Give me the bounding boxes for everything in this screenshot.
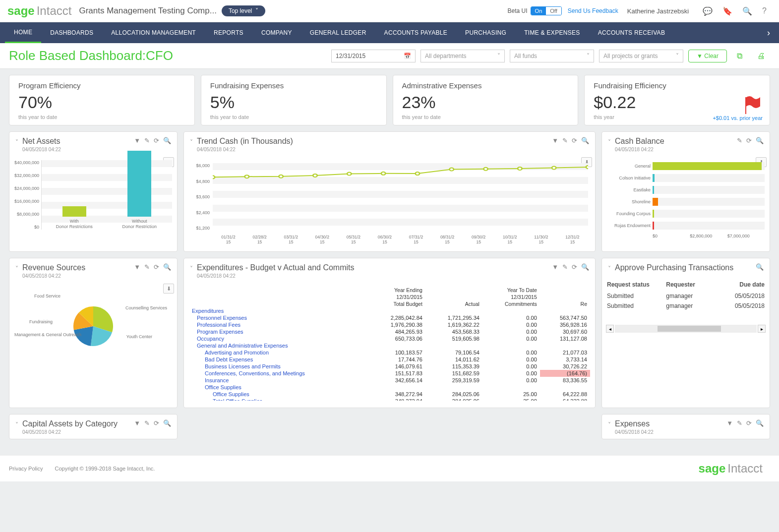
refresh-icon[interactable]: ⟳ (154, 137, 159, 144)
panel-title: Capital Assets by Category (22, 419, 118, 428)
departments-filter[interactable]: All departments˅ (420, 50, 505, 62)
date-filter[interactable]: 12/31/2015📅 (331, 50, 416, 62)
privacy-link[interactable]: Privacy Policy (9, 466, 43, 472)
edit-icon[interactable]: ✎ (144, 137, 150, 144)
filter-icon[interactable]: ▼ (134, 419, 140, 427)
kpi-value: 23% (402, 93, 569, 112)
toggle-on[interactable]: On (531, 7, 546, 15)
scroll-right-icon[interactable]: ▸ (758, 325, 766, 333)
toggle-off[interactable]: Off (546, 7, 561, 15)
pie-label: Management & General Outreach (14, 332, 64, 337)
svg-point-9 (518, 167, 522, 170)
panel-title: Approve Purchasing Transactions (615, 263, 733, 272)
refresh-icon[interactable]: ⟳ (572, 137, 577, 144)
expand-icon[interactable]: 🔍 (163, 419, 171, 427)
refresh-icon[interactable]: ⟳ (154, 419, 159, 427)
svg-point-5 (381, 172, 385, 175)
edit-icon[interactable]: ✎ (737, 419, 742, 427)
footer-logo-intacct: Intacct (727, 462, 763, 475)
collapse-icon[interactable]: ˅ (190, 139, 193, 146)
edit-icon[interactable]: ✎ (562, 263, 568, 271)
col-requester: Requester (666, 281, 715, 288)
search-icon[interactable]: 🔍 (742, 6, 752, 16)
projects-filter[interactable]: All projects or grants˅ (599, 50, 683, 62)
nav-purchasing[interactable]: PURCHASING (456, 22, 515, 43)
scroll-left-icon[interactable]: ◂ (606, 325, 614, 333)
kpi-admin-expenses[interactable]: Adminstrative Expenses 23% this year to … (393, 75, 579, 125)
kpi-fundraising-expenses[interactable]: Fundraising Expenses 5% this year to dat… (201, 75, 387, 125)
expenditures-table[interactable]: Year EndingYear To Date12/31/201512/31/2… (189, 287, 590, 401)
beta-toggle[interactable]: On Off (531, 6, 562, 15)
print-icon[interactable]: 🖨 (757, 52, 765, 60)
nav-ar[interactable]: ACCOUNTS RECEIVAB (589, 22, 674, 43)
table-row[interactable]: Submittedgmanager05/05/2018 (602, 291, 770, 301)
refresh-icon[interactable]: ⟳ (154, 263, 159, 271)
panel-title: Cash Balance (615, 137, 664, 146)
collapse-icon[interactable]: ˅ (190, 265, 193, 272)
filter-icon[interactable]: ▼ (552, 137, 558, 144)
nav-allocation[interactable]: ALLOCATION MANAGEMENT (102, 22, 205, 43)
refresh-icon[interactable]: ⟳ (746, 137, 752, 144)
nav-ap[interactable]: ACCOUNTS PAYABLE (375, 22, 457, 43)
refresh-icon[interactable]: ⟳ (746, 419, 752, 427)
edit-icon[interactable]: ✎ (562, 137, 568, 144)
expand-icon[interactable]: 🔍 (581, 263, 589, 271)
nav-time[interactable]: TIME & EXPENSES (515, 22, 589, 43)
edit-icon[interactable]: ✎ (144, 263, 150, 271)
kpi-program-efficiency[interactable]: Program Efficiency 70% this year to date (9, 75, 195, 125)
svg-point-8 (483, 168, 487, 171)
expand-icon[interactable]: 🔍 (756, 419, 764, 427)
expand-icon[interactable]: 🔍 (163, 263, 171, 271)
expand-icon[interactable]: 🔍 (581, 137, 589, 144)
chevron-down-icon: ˅ (587, 53, 590, 59)
collapse-icon[interactable]: ˅ (608, 139, 611, 146)
horizontal-scrollbar[interactable]: ◂ ▸ (606, 325, 766, 333)
panel-timestamp: 04/05/2018 04:22 (22, 429, 118, 435)
svg-point-4 (347, 173, 351, 176)
nav-company[interactable]: COMPANY (252, 22, 301, 43)
feedback-link[interactable]: Send Us Feedback (568, 7, 618, 14)
filter-icon[interactable]: ▼ (134, 137, 140, 144)
filter-icon[interactable]: ▼ (552, 263, 558, 271)
user-name[interactable]: Katherine Jastrzebski (627, 7, 689, 15)
page-title: Role Based Dashboard:CFO (9, 48, 173, 63)
panel-timestamp: 04/05/2018 04:22 (197, 273, 355, 279)
filter-icon[interactable]: ▼ (134, 263, 140, 271)
expand-icon[interactable]: 🔍 (163, 137, 171, 144)
dashboard-grid: ˅ Net Assets 04/05/2018 04:22 ▼ ✎ ⟳ 🔍 ⬇ … (0, 131, 779, 448)
table-row[interactable]: Submittedgmanager05/05/2018 (602, 301, 770, 311)
top-bar: sage Intacct Grants Management Testing C… (0, 0, 779, 22)
panel-title: Net Assets (22, 137, 61, 146)
edit-icon[interactable]: ✎ (144, 419, 150, 427)
svg-point-6 (416, 172, 419, 175)
logo-sage: sage (7, 4, 35, 18)
collapse-icon[interactable]: ˅ (608, 265, 611, 272)
panel-trend-cash: ˅ Trend Cash (in Thousands) 04/05/2018 0… (183, 131, 596, 252)
collapse-icon[interactable]: ˅ (15, 139, 18, 146)
pie-label: Youth Center (126, 334, 152, 339)
nav-reports[interactable]: REPORTS (205, 22, 252, 43)
copy-icon[interactable]: ⧉ (737, 52, 742, 60)
refresh-icon[interactable]: ⟳ (572, 263, 577, 271)
kpi-fundraising-efficiency[interactable]: Fundraising Efficiency $0.22 this year +… (584, 75, 770, 125)
edit-icon[interactable]: ✎ (737, 137, 742, 144)
funds-filter[interactable]: All funds˅ (510, 50, 594, 62)
filter-icon[interactable]: ▼ (726, 419, 733, 427)
nav-scroll-right[interactable]: › (763, 28, 774, 38)
expand-icon[interactable]: 🔍 (756, 263, 764, 271)
collapse-icon[interactable]: ˅ (608, 421, 611, 428)
chat-icon[interactable]: 💬 (703, 6, 713, 16)
expand-icon[interactable]: 🔍 (756, 137, 764, 144)
top-level-dropdown[interactable]: Top level ˅ (222, 5, 265, 16)
clear-button[interactable]: ▼ Clear (688, 50, 727, 62)
panel-title: Trend Cash (in Thousands) (197, 137, 293, 146)
collapse-icon[interactable]: ˅ (15, 421, 18, 428)
kpi-title: Program Efficiency (18, 81, 185, 90)
collapse-icon[interactable]: ˅ (15, 265, 18, 272)
nav-dashboards[interactable]: DASHBOARDS (41, 22, 102, 43)
bookmark-icon[interactable]: 🔖 (722, 6, 732, 16)
nav-home[interactable]: HOME (5, 22, 41, 43)
svg-point-3 (313, 174, 317, 177)
help-icon[interactable]: ? (762, 6, 767, 15)
nav-gl[interactable]: GENERAL LEDGER (301, 22, 375, 43)
